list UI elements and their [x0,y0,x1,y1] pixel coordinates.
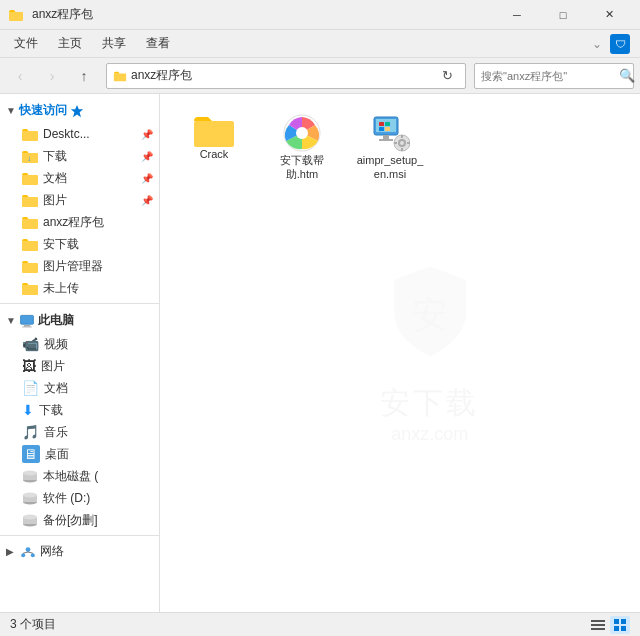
htm-file-icon [282,113,322,153]
svg-point-26 [31,553,35,557]
sidebar-item-pics[interactable]: 图片 📌 [0,189,159,211]
svg-rect-52 [621,619,626,624]
search-box[interactable]: 🔍 [474,63,634,89]
svg-marker-2 [71,104,83,116]
status-count: 3 个项目 [10,616,56,633]
search-button[interactable]: 🔍 [619,68,635,83]
sidebar-item-download[interactable]: ↓ 下载 📌 [0,145,159,167]
close-button[interactable]: ✕ [586,0,632,30]
folder-icon [22,171,38,185]
sidebar-item-desktop-label: Desktc... [43,127,136,141]
svg-rect-49 [591,624,605,626]
maximize-button[interactable]: □ [540,0,586,30]
toolbar: ‹ › ↑ anxz程序包 ↻ 🔍 [0,58,640,94]
svg-rect-13 [24,325,30,327]
sidebar-item-picmgr-label: 图片管理器 [43,258,153,275]
sidebar-item-anzixia[interactable]: 安下载 [0,233,159,255]
menu-share[interactable]: 共享 [92,31,136,56]
folder-icon [22,237,38,251]
sidebar-item-video-label: 视频 [44,336,153,353]
sidebar-item-anxz[interactable]: anxz程序包 [0,211,159,233]
sidebar-item-downloads[interactable]: ⬇ 下载 [0,399,159,421]
svg-rect-11 [22,285,38,295]
file-item-msi[interactable]: aimpr_setup_en.msi [350,108,430,187]
menu-view[interactable]: 查看 [136,31,180,56]
svg-rect-6 [22,175,38,185]
svg-rect-8 [22,219,38,229]
pin-icon: 📌 [141,195,153,206]
refresh-button[interactable]: ↻ [435,64,459,88]
disk-icon [22,469,38,483]
svg-rect-1 [114,73,126,81]
address-bar[interactable]: anxz程序包 ↻ [106,63,466,89]
svg-line-27 [23,552,28,553]
folder-icon: ↓ [22,149,38,163]
svg-rect-37 [379,122,384,126]
file-grid: Crack 安下载帮助.htm [170,104,630,191]
svg-rect-53 [614,626,619,631]
file-item-crack[interactable]: Crack [174,108,254,187]
network-header[interactable]: ▶ 网络 [0,540,159,563]
search-input[interactable] [481,70,619,82]
pin-icon: 📌 [141,173,153,184]
svg-text:安: 安 [412,294,448,335]
sidebar-item-desktop2[interactable]: 🖥 桌面 [0,443,159,465]
sidebar-item-music[interactable]: 🎵 音乐 [0,421,159,443]
sidebar-item-documents-label: 文档 [44,380,153,397]
svg-point-23 [23,515,37,520]
sidebar: ▼ 快速访问 Desktc... 📌 ↓ 下载 📌 [0,94,160,612]
sidebar-item-backupdisk[interactable]: 备份[勿删] [0,509,159,531]
network-label: 网络 [40,543,64,560]
svg-point-20 [23,493,37,498]
sidebar-item-desktop[interactable]: Desktc... 📌 [0,123,159,145]
minimize-button[interactable]: ─ [494,0,540,30]
window-title: anxz程序包 [32,6,93,23]
this-pc-label: 此电脑 [38,312,74,329]
sidebar-item-docs[interactable]: 文档 📌 [0,167,159,189]
grid-view-button[interactable] [610,616,630,634]
sidebar-item-unuploaded[interactable]: 未上传 [0,277,159,299]
file-item-htm[interactable]: 安下载帮助.htm [262,108,342,187]
file-name-htm: 安下载帮助.htm [267,153,337,182]
sidebar-item-docs-label: 文档 [43,170,136,187]
sidebar-item-localdisk-label: 本地磁盘 ( [43,468,153,485]
svg-line-28 [28,552,33,553]
svg-rect-46 [394,142,397,144]
msi-file-icon [370,113,410,153]
svg-rect-35 [383,135,389,139]
menu-file[interactable]: 文件 [4,31,48,56]
sidebar-item-music-label: 音乐 [44,424,153,441]
sidebar-item-download-label: 下载 [43,148,136,165]
sidebar-item-backupdisk-label: 备份[勿删] [43,512,153,529]
svg-point-24 [26,547,31,552]
network-icon [20,545,36,559]
folder-icon [22,259,38,273]
sidebar-item-video[interactable]: 📹 视频 [0,333,159,355]
quick-access-header[interactable]: ▼ 快速访问 [0,98,159,123]
sidebar-item-localdisk[interactable]: 本地磁盘 ( [0,465,159,487]
back-button[interactable]: ‹ [6,62,34,90]
svg-point-25 [21,553,25,557]
up-button[interactable]: ↑ [70,62,98,90]
sidebar-item-softwaredisk-label: 软件 (D:) [43,490,153,507]
sidebar-item-picmgr[interactable]: 图片管理器 [0,255,159,277]
forward-button[interactable]: › [38,62,66,90]
crack-folder-icon [194,113,234,147]
sidebar-item-pictures[interactable]: 🖼 图片 [0,355,159,377]
watermark-sub: anxz.com [391,424,468,445]
star-icon [70,104,84,118]
svg-rect-54 [621,626,626,631]
svg-rect-14 [22,326,32,327]
sidebar-item-documents[interactable]: 📄 文档 [0,377,159,399]
list-view-button[interactable] [588,616,608,634]
svg-rect-3 [22,131,38,141]
list-view-icon [591,619,605,631]
main-area: ▼ 快速访问 Desktc... 📌 ↓ 下载 📌 [0,94,640,612]
content-area: 安 安下载 anxz.com Crack [160,94,640,612]
this-pc-header[interactable]: ▼ 此电脑 [0,308,159,333]
menu-home[interactable]: 主页 [48,31,92,56]
sidebar-item-softwaredisk[interactable]: 软件 (D:) [0,487,159,509]
folder-icon [22,127,38,141]
title-bar-left: anxz程序包 [8,6,494,23]
sidebar-item-desktop2-label: 桌面 [45,446,153,463]
